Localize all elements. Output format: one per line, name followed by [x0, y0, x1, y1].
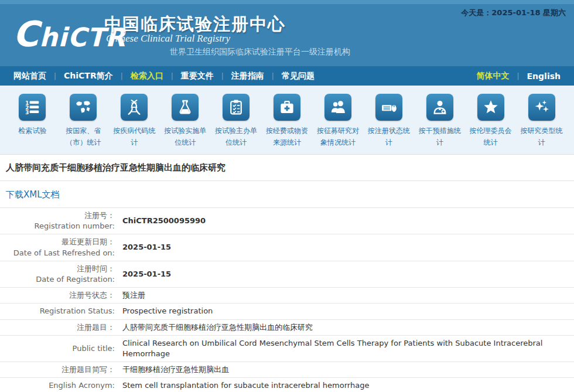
toolbar-item-label: 按试验实施单 位统计 — [164, 125, 206, 149]
world-map-icon — [70, 94, 97, 121]
row-value: 人脐带间充质干细胞移植治疗亚急性期脑出血的临床研究 — [122, 322, 574, 333]
registration-info-table: 注册号： Registration number: ChiCTR25000959… — [0, 208, 574, 392]
nav-item-search-entry[interactable]: 检索入口 — [123, 71, 171, 81]
people-icon — [324, 94, 351, 121]
toolbar-item-stats-by-intervention[interactable]: 按干预措施统 计 — [414, 94, 465, 154]
row-value: 2025-01-15 — [122, 269, 574, 279]
table-row: Public title: Clinical Research on Umbil… — [0, 336, 574, 362]
toolbar-item-label: 按国家、省 （市）统计 — [66, 125, 101, 149]
row-value: Stem cell transplantation for subacute i… — [122, 380, 574, 391]
nav-item-about[interactable]: ChiCTR简介 — [56, 71, 121, 81]
nav-item-lang-en[interactable]: English — [520, 71, 568, 81]
row-value: 预注册 — [122, 290, 574, 301]
row-value: 干细胞移植治疗亚急性期脑出血 — [122, 364, 574, 375]
svg-text:3: 3 — [26, 110, 29, 115]
nav-item-faq[interactable]: 常见问题 — [274, 71, 322, 81]
download-xml-link[interactable]: 下载XML文档 — [6, 189, 60, 200]
nav-item-registration-guide[interactable]: 注册指南 — [224, 71, 272, 81]
table-row: English Acronym: Stem cell transplantati… — [0, 378, 574, 392]
flask-icon — [172, 94, 199, 121]
page-title: 人脐带间充质干细胞移植治疗亚急性期脑出血的临床研究 — [0, 155, 574, 181]
table-row: 注册题目： 人脐带间充质干细胞移植治疗亚急性期脑出血的临床研究 — [0, 320, 574, 336]
row-value: Clinical Research on Umbilical Cord Mese… — [122, 338, 574, 359]
toolbar-item-stats-by-disease-code[interactable]: 按疾病代码统 计 — [109, 94, 160, 154]
statistics-toolbar: 123 检索试验 按国家、省 （市）统计 按疾病代码统 计 按试验实施单 位统计… — [0, 86, 574, 155]
toolbar-item-stats-by-region[interactable]: 按国家、省 （市）统计 — [58, 94, 109, 154]
clipboard-icon — [223, 94, 250, 121]
nav-left-group: 网站首页|ChiCTR简介|检索入口|重要文件|注册指南|常见问题 — [6, 71, 322, 81]
row-label: 注册号状态： — [0, 290, 115, 301]
dna-icon — [121, 94, 148, 121]
org-subtitle: 世界卫生组织国际临床试验注册平台一级注册机构 — [170, 47, 350, 57]
row-value: Prospective registration — [122, 306, 574, 316]
toolbar-item-stats-by-ethics-committee[interactable]: 按伦理委员会 统计 — [465, 94, 516, 154]
table-row: 注册时间： Date of Registration: 2025-01-15 — [0, 261, 574, 288]
row-label: Registration Status: — [0, 306, 115, 316]
doctor-icon — [426, 94, 453, 121]
sparkles-icon — [528, 94, 555, 121]
today-date: 今天是：2025-01-18 星期六 — [461, 8, 566, 18]
toolbar-item-label: 按经费或物资 来源统计 — [266, 125, 308, 149]
toolbar-item-stats-by-recruitment[interactable]: 按征募研究对 象情况统计 — [312, 94, 363, 154]
star-icon — [477, 94, 504, 121]
table-row: Registration Status: Prospective registr… — [0, 304, 574, 319]
toolbar-item-label: 按干预措施统 计 — [419, 125, 461, 149]
row-value: 2025-01-15 — [122, 242, 574, 253]
toolbar-item-stats-by-implementation-unit[interactable]: 按试验实施单 位统计 — [160, 94, 211, 154]
toolbar-item-stats-by-registration-status[interactable]: 按注册状态统 计 — [363, 94, 414, 154]
row-label: 注册号： Registration number: — [0, 210, 115, 231]
toolbar-item-stats-by-study-type[interactable]: 按研究类型统 计 — [516, 94, 567, 154]
row-label: 最近更新日期： Date of Last Refreshed on: — [0, 237, 115, 258]
keyboard-mouse-icon — [375, 94, 402, 121]
row-label: English Acronym: — [0, 380, 115, 391]
toolbar-item-label: 按研究类型统 计 — [521, 125, 563, 149]
toolbar-item-label: 按征募研究对 象情况统计 — [317, 125, 359, 149]
row-value: ChiCTR2500095990 — [122, 216, 574, 226]
toolbar-item-label: 按试验主办单 位统计 — [215, 125, 257, 149]
table-row: 注册题目简写： 干细胞移植治疗亚急性期脑出血 — [0, 362, 574, 378]
toolbar-item-search-trials[interactable]: 123 检索试验 — [7, 94, 58, 154]
table-row: 最近更新日期： Date of Last Refreshed on: 2025-… — [0, 234, 574, 261]
nav-item-important-documents[interactable]: 重要文件 — [173, 71, 221, 81]
site-header: 今天是：2025-01-18 星期六 ChiCTR 中国临床试验注册中心 Chi… — [0, 0, 574, 66]
xml-link-row: 下载XML文档 — [0, 181, 574, 208]
nav-item-lang-zh[interactable]: 简体中文 — [469, 71, 517, 81]
row-label: 注册题目简写： — [0, 364, 115, 375]
numbered-list-icon: 123 — [19, 94, 46, 121]
table-row: 注册号： Registration number: ChiCTR25000959… — [0, 208, 574, 234]
table-row: 注册号状态： 预注册 — [0, 288, 574, 304]
toolbar-item-stats-by-funding-source[interactable]: 按经费或物资 来源统计 — [262, 94, 313, 154]
main-nav: 网站首页|ChiCTR简介|检索入口|重要文件|注册指南|常见问题 简体中文|E… — [0, 66, 574, 86]
row-label: 注册题目： — [0, 322, 115, 333]
toolbar-item-label: 检索试验 — [18, 125, 46, 137]
medkit-icon — [274, 94, 300, 121]
brand-title-en: Chinese Clinical Trial Registry — [106, 33, 230, 45]
toolbar-item-label: 按注册状态统 计 — [368, 125, 410, 149]
row-label: Public title: — [0, 343, 115, 354]
nav-item-home[interactable]: 网站首页 — [6, 71, 54, 81]
row-label: 注册时间： Date of Registration: — [0, 264, 115, 285]
toolbar-item-stats-by-sponsor-unit[interactable]: 按试验主办单 位统计 — [211, 94, 262, 154]
nav-right-group: 简体中文|English — [469, 71, 569, 81]
toolbar-item-label: 按伦理委员会 统计 — [470, 125, 512, 149]
top-strip — [0, 0, 574, 4]
toolbar-item-label: 按疾病代码统 计 — [113, 125, 155, 149]
